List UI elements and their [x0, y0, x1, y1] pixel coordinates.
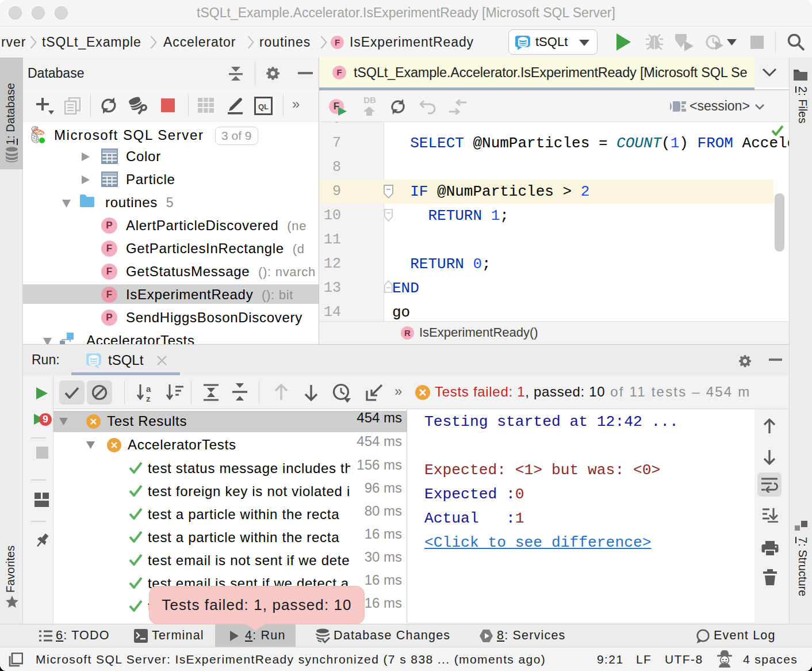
svg-text:QL: QL [258, 102, 269, 111]
svg-text:a: a [146, 384, 151, 394]
svg-text:z: z [146, 394, 151, 403]
